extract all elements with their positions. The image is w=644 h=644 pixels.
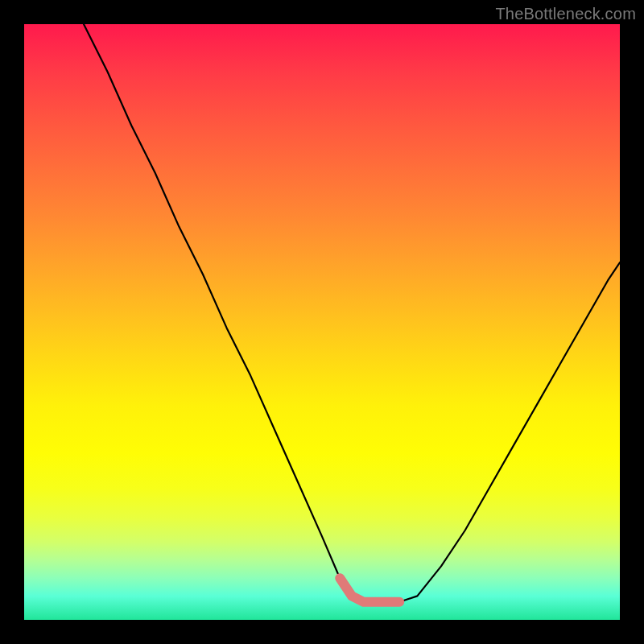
bottleneck-curve-path <box>84 24 620 602</box>
curve-svg <box>24 24 620 620</box>
highlight-segment <box>340 578 399 602</box>
watermark-text: TheBottleneck.com <box>495 5 636 23</box>
chart-frame: TheBottleneck.com <box>0 0 644 644</box>
plot-area <box>24 24 620 620</box>
